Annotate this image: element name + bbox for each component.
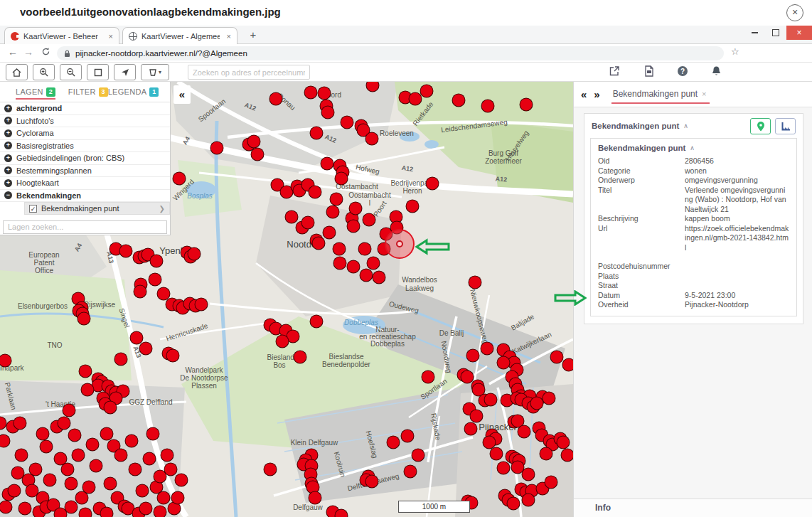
map-dot[interactable]: [86, 438, 100, 452]
map-dot[interactable]: [100, 507, 114, 517]
map-dot[interactable]: [404, 465, 417, 479]
address-search-input[interactable]: [188, 65, 310, 80]
map-dot[interactable]: [36, 427, 50, 441]
zoom-out-button[interactable]: [60, 64, 82, 80]
map-dot[interactable]: [497, 462, 511, 475]
map-dot[interactable]: [422, 371, 435, 384]
map-dot[interactable]: [312, 237, 326, 250]
image-close-button[interactable]: ×: [786, 4, 803, 21]
expand-layer-icon[interactable]: +: [4, 105, 12, 112]
map-dot[interactable]: [8, 484, 21, 498]
map-dot[interactable]: [139, 342, 153, 356]
layer-row[interactable]: +Gebiedsindelingen (bron: CBS): [0, 152, 170, 165]
layer-row[interactable]: +Cyclorama: [0, 127, 170, 140]
results-card-header[interactable]: Bekendmakingen punt ∧: [584, 114, 803, 138]
collapse-layer-icon[interactable]: −: [4, 191, 12, 199]
map-dot[interactable]: [154, 506, 167, 517]
map-dot[interactable]: [114, 449, 128, 462]
map-dot[interactable]: [335, 509, 348, 517]
expand-layer-icon[interactable]: +: [4, 154, 12, 162]
zoom-to-location-button[interactable]: [750, 118, 771, 134]
map-dot[interactable]: [469, 276, 482, 289]
selected-point-marker[interactable]: [385, 229, 415, 259]
map-dot[interactable]: [550, 351, 564, 364]
map-dot[interactable]: [100, 427, 114, 441]
pdf-export-button[interactable]: [644, 65, 658, 78]
map-dot[interactable]: [61, 463, 75, 476]
notifications-button[interactable]: [711, 65, 725, 78]
forward-icon[interactable]: →: [21, 46, 36, 58]
zoom-extent-button[interactable]: [87, 64, 109, 80]
map-dot[interactable]: [82, 481, 96, 494]
map-dot[interactable]: [561, 449, 574, 462]
map-dot[interactable]: [79, 365, 92, 378]
bookmark-star-icon[interactable]: ☆: [731, 46, 739, 57]
expand-layer-icon[interactable]: +: [4, 117, 12, 124]
map-dot[interactable]: [335, 172, 348, 186]
map-dot[interactable]: [387, 436, 400, 449]
map-dot[interactable]: [68, 429, 82, 442]
map-dot[interactable]: [119, 245, 133, 258]
map-dot[interactable]: [406, 200, 420, 213]
map-dot[interactable]: [139, 502, 153, 516]
map-dot[interactable]: [149, 273, 162, 287]
map-dot[interactable]: [470, 410, 484, 423]
map-dot[interactable]: [81, 383, 95, 397]
map-dot[interactable]: [40, 440, 53, 454]
map-dot[interactable]: [78, 312, 91, 326]
map-dot[interactable]: [146, 427, 160, 441]
map-dot[interactable]: [310, 127, 324, 140]
zoom-in-button[interactable]: [33, 64, 55, 80]
map-dot[interactable]: [161, 449, 174, 462]
panel-expand-button[interactable]: «: [581, 88, 587, 100]
layer-row[interactable]: +Basisregistraties: [0, 140, 170, 153]
map-dot[interactable]: [522, 468, 535, 481]
share-edit-button[interactable]: [609, 65, 623, 78]
map-dot[interactable]: [323, 226, 336, 240]
map-dot[interactable]: [65, 501, 78, 514]
window-minimize-button[interactable]: [744, 26, 765, 40]
map-dot[interactable]: [247, 135, 261, 149]
map-dot[interactable]: [150, 255, 164, 268]
map-dot[interactable]: [173, 172, 186, 186]
sublayer-bekendmakingen-punt[interactable]: ✓ Bekendmakingen punt ❯: [24, 202, 170, 215]
map-dot[interactable]: [14, 417, 27, 430]
map-dot[interactable]: [304, 86, 318, 100]
help-button[interactable]: ?: [677, 65, 691, 78]
map-dot[interactable]: [79, 508, 92, 517]
layer-row[interactable]: +Bestemmingsplannen: [0, 165, 170, 178]
map-dot[interactable]: [18, 502, 32, 516]
map-dot[interactable]: [29, 463, 43, 476]
map-dot[interactable]: [58, 417, 71, 430]
checkbox-checked[interactable]: ✓: [29, 205, 37, 213]
map-dot[interactable]: [365, 132, 379, 146]
browser-tab-algemeen[interactable]: KaartViewer - Algemeen ×: [122, 27, 237, 44]
map-dot[interactable]: [530, 397, 544, 410]
map-dot[interactable]: [309, 491, 322, 505]
map-dot[interactable]: [104, 401, 117, 415]
map-dot[interactable]: [341, 116, 354, 129]
map-dot[interactable]: [497, 356, 511, 370]
map-dot[interactable]: [15, 449, 28, 462]
map-dot[interactable]: [157, 491, 171, 505]
map-dot[interactable]: [264, 463, 277, 476]
map-dot[interactable]: [166, 349, 180, 363]
map-canvas[interactable]: A12A12A12A12A4A4A13A13SpoorlaanDonauoord…: [0, 82, 573, 517]
map-dot[interactable]: [326, 206, 340, 219]
expand-layer-icon[interactable]: +: [4, 142, 12, 149]
profile-measure-button[interactable]: [775, 118, 796, 134]
map-dot[interactable]: [195, 298, 208, 311]
map-dot[interactable]: [129, 463, 142, 476]
map-dot[interactable]: [310, 315, 324, 329]
layer-row[interactable]: −Bekendmakingen: [0, 190, 170, 203]
expand-layer-icon[interactable]: +: [4, 129, 12, 137]
map-dot[interactable]: [0, 354, 12, 368]
map-dot[interactable]: [540, 447, 553, 461]
map-dot[interactable]: [309, 186, 322, 199]
url-bar[interactable]: pijnacker-nootdorp.kaartviewer.nl/?@Alge…: [57, 46, 724, 60]
reload-icon[interactable]: [38, 47, 53, 58]
map-dot[interactable]: [136, 484, 149, 498]
layer-search-input[interactable]: [3, 220, 167, 234]
tab-filter[interactable]: FILTER 3: [68, 87, 108, 97]
map-dot[interactable]: [520, 98, 533, 112]
